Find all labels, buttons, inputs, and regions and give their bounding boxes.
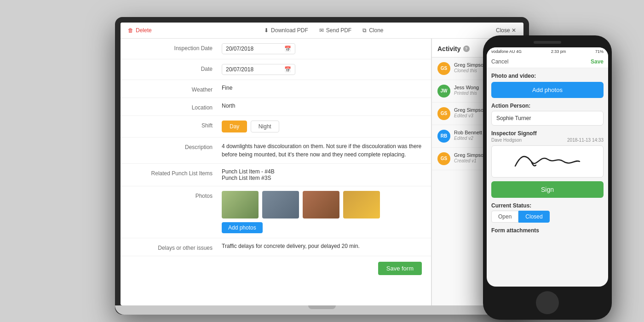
shift-value: Day Night <box>222 121 422 132</box>
form-footer: Save form <box>121 256 431 281</box>
sign-button[interactable]: Sign <box>491 181 604 198</box>
activity-action-5: Created v1 <box>454 158 486 163</box>
location-row: Location North <box>121 98 431 116</box>
photo-3[interactable] <box>303 191 339 218</box>
activity-action-3: Edited v3 <box>454 113 486 118</box>
action-person-input[interactable]: Sophie Turner <box>491 111 604 126</box>
form-attachments-label: Form attachments <box>491 227 604 234</box>
related-item-2: Punch List Item #3S <box>222 175 422 181</box>
battery-label: 71% <box>595 49 604 54</box>
location-label: Location <box>130 103 222 111</box>
phone-add-photos-button[interactable]: Add photos <box>491 82 604 98</box>
status-buttons: Open Closed <box>491 211 604 223</box>
status-closed-button[interactable]: Closed <box>518 211 549 223</box>
shift-label: Shift <box>130 121 222 129</box>
clone-icon: ⧉ <box>362 27 367 34</box>
add-photos-button[interactable]: Add photos <box>222 222 263 233</box>
signature-area[interactable] <box>491 145 604 178</box>
signoff-meta: Dave Hodgson 2018-11-13 14:33 <box>491 138 604 143</box>
photo-4[interactable] <box>343 191 380 218</box>
phone-screen: vodafone AU 4G 2:33 pm 71% Cancel Save P… <box>487 47 608 287</box>
date-row: Date 20/07/2018 📅 <box>121 59 431 80</box>
photos-label: Photos <box>130 191 222 199</box>
help-icon[interactable]: ? <box>463 46 470 52</box>
delays-label: Delays or other issues <box>130 243 222 251</box>
activity-name-3: Greg Simpson <box>454 107 486 113</box>
shift-row: Shift Day Night <box>121 116 431 138</box>
description-label: Description <box>130 142 222 150</box>
activity-name-4: Rob Bennett <box>454 130 482 135</box>
weather-value: Fine <box>222 85 422 91</box>
delete-button[interactable]: 🗑 Delete <box>128 27 152 34</box>
weather-row: Weather Fine <box>121 80 431 98</box>
download-pdf-button[interactable]: ⬇ Download PDF <box>264 27 308 34</box>
activity-content-2: Jess Wong Printed this <box>454 85 479 96</box>
activity-title: Activity <box>437 45 461 52</box>
photo-2[interactable] <box>262 191 299 218</box>
phone-content: Photo and video: Add photos Action Perso… <box>487 68 608 238</box>
phone-speaker <box>534 41 561 44</box>
calendar-icon: 📅 <box>284 46 291 52</box>
phone-shell: vodafone AU 4G 2:33 pm 71% Cancel Save P… <box>483 35 612 320</box>
send-icon: ✉ <box>319 27 324 34</box>
shift-night-button[interactable]: Night <box>251 121 279 132</box>
close-button[interactable]: Close ✕ <box>496 27 516 34</box>
photo-section-title: Photo and video: <box>491 73 604 79</box>
activity-content-4: Rob Bennett Edited v2 <box>454 130 482 141</box>
phone-toolbar: Cancel Save <box>487 56 608 68</box>
action-person-label: Action Person: <box>491 103 604 109</box>
toolbar: 🗑 Delete ⬇ Download PDF ✉ Send PDF ⧉ <box>121 23 523 39</box>
date-value: 20/07/2018 📅 <box>222 64 422 75</box>
related-row: Related Punch List Items Punch List Item… <box>121 164 431 186</box>
signature-svg <box>506 148 589 175</box>
activity-action-4: Edited v2 <box>454 136 482 141</box>
inspection-date-row: Inspection Date 20/07/2018 📅 <box>121 39 431 59</box>
status-open-button[interactable]: Open <box>491 211 518 223</box>
activity-name-5: Greg Simpson <box>454 152 486 158</box>
related-item-1: Punch List Item - #4B <box>222 168 422 175</box>
date-label: Date <box>130 64 222 72</box>
phone-save-button[interactable]: Save <box>591 58 604 65</box>
activity-content-3: Greg Simpson Edited v3 <box>454 107 486 118</box>
avatar-jw: JW <box>437 85 450 98</box>
main-layout: Inspection Date 20/07/2018 📅 Date <box>121 39 523 305</box>
current-status-row: Current Status: Open Closed <box>491 202 604 223</box>
activity-action-1: Cloned this <box>454 68 486 73</box>
activity-name-1: Greg Simpson <box>454 62 486 68</box>
related-label: Related Punch List Items <box>130 168 222 177</box>
avatar-rb: RB <box>437 130 450 143</box>
clone-button[interactable]: ⧉ Clone <box>362 27 383 34</box>
avatar-gs-2: GS <box>437 107 450 120</box>
trash-icon: 🗑 <box>128 27 133 34</box>
photos-value: Add photos <box>222 191 422 233</box>
date-input[interactable]: 20/07/2018 📅 <box>222 64 295 75</box>
location-value: North <box>222 103 422 109</box>
related-value: Punch List Item - #4B Punch List Item #3… <box>222 168 422 181</box>
inspection-date-value: 20/07/2018 📅 <box>222 43 422 54</box>
avatar-gs-1: GS <box>437 62 450 75</box>
close-icon: ✕ <box>512 27 516 34</box>
save-form-button[interactable]: Save form <box>378 262 422 275</box>
inspection-date-label: Inspection Date <box>130 43 222 52</box>
phone-home-button[interactable] <box>536 291 559 314</box>
photos-grid <box>222 191 422 218</box>
activity-content-5: Greg Simpson Created v1 <box>454 152 486 163</box>
delays-value: Traffic delays for concrete delivery, po… <box>222 243 422 249</box>
carrier-label: vodafone AU 4G <box>491 49 522 54</box>
signoff-date: 2018-11-13 14:33 <box>567 138 604 143</box>
activity-name-2: Jess Wong <box>454 85 479 90</box>
shift-day-button[interactable]: Day <box>222 121 247 132</box>
phone-status-bar: vodafone AU 4G 2:33 pm 71% <box>487 47 608 56</box>
time-label: 2:33 pm <box>551 49 566 54</box>
description-row: Description 4 downlights have discoloura… <box>121 138 431 164</box>
weather-label: Weather <box>130 85 222 93</box>
calendar-icon-2: 📅 <box>284 66 291 73</box>
description-value: 4 downlights have discolouration on them… <box>222 142 422 159</box>
phone-cancel-button[interactable]: Cancel <box>491 58 508 65</box>
inspection-date-input[interactable]: 20/07/2018 📅 <box>222 43 295 54</box>
avatar-gs-3: GS <box>437 152 450 165</box>
activity-content-1: Greg Simpson Cloned this <box>454 62 486 73</box>
send-pdf-button[interactable]: ✉ Send PDF <box>319 27 351 34</box>
photo-1[interactable] <box>222 191 259 218</box>
signoff-name: Dave Hodgson <box>491 138 522 143</box>
